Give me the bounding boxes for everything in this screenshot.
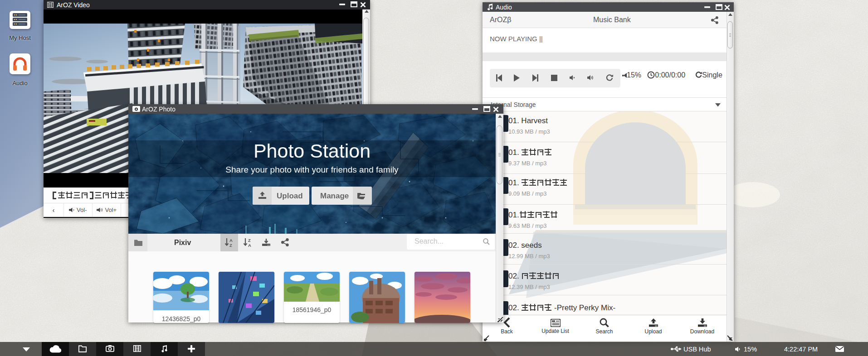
svg-text:A: A xyxy=(229,238,233,243)
svg-text:Z: Z xyxy=(229,243,232,248)
svg-text:Z: Z xyxy=(248,238,251,243)
svg-text:A: A xyxy=(248,243,251,248)
